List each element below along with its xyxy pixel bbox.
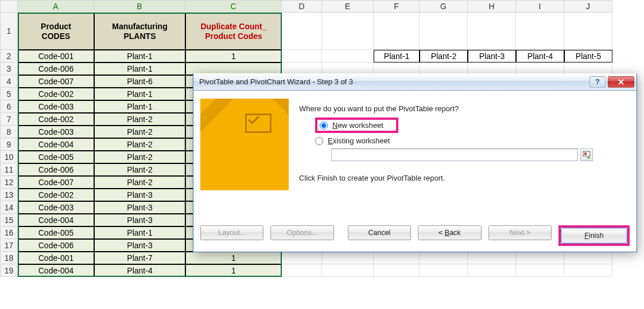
row-header-14[interactable]: 14 <box>0 201 18 214</box>
cell-H18[interactable] <box>468 252 516 264</box>
row-header-19[interactable]: 19 <box>0 264 18 277</box>
cell-A9[interactable]: Code-004 <box>18 138 94 151</box>
cell-B8[interactable]: Plant-2 <box>94 126 185 138</box>
cell-A7[interactable]: Code-002 <box>18 113 94 126</box>
row-header-7[interactable]: 7 <box>0 113 18 126</box>
col-header-B[interactable]: B <box>94 0 185 13</box>
dialog-titlebar[interactable]: PivotTable and PivotChart Wizard - Step … <box>193 73 637 91</box>
col-header-J[interactable]: J <box>564 0 612 13</box>
cell-B13[interactable]: Plant-3 <box>94 189 185 201</box>
cell-I2[interactable]: Plant-4 <box>516 50 564 62</box>
cell-A8[interactable]: Code-003 <box>18 126 94 138</box>
row-header-4[interactable]: 4 <box>0 75 18 88</box>
col-header-E[interactable]: E <box>322 0 374 13</box>
row-header-1[interactable]: 1 <box>0 13 18 50</box>
cell-A12[interactable]: Code-007 <box>18 176 94 189</box>
existing-worksheet-radio[interactable] <box>315 137 323 145</box>
next-button[interactable]: Next > <box>488 225 552 240</box>
cell-F2[interactable]: Plant-1 <box>374 50 420 62</box>
col-header-F[interactable]: F <box>374 0 420 13</box>
row-header-12[interactable]: 12 <box>0 176 18 189</box>
cell-A4[interactable]: Code-007 <box>18 75 94 88</box>
cell-A13[interactable]: Code-002 <box>18 189 94 201</box>
cell-A6[interactable]: Code-003 <box>18 100 94 113</box>
cell-H19[interactable] <box>468 264 516 277</box>
cell-G2[interactable]: Plant-2 <box>420 50 468 62</box>
col-header-D[interactable]: D <box>282 0 322 13</box>
collapse-dialog-button[interactable] <box>580 148 593 161</box>
cell-D18[interactable] <box>282 252 322 264</box>
cell-A17[interactable]: Code-006 <box>18 239 94 252</box>
cell-E1[interactable] <box>322 13 374 50</box>
row-header-16[interactable]: 16 <box>0 226 18 239</box>
row-header-15[interactable]: 15 <box>0 214 18 226</box>
cell-J2[interactable]: Plant-5 <box>564 50 612 62</box>
col-header-C[interactable]: C <box>185 0 282 13</box>
cell-J18[interactable] <box>564 252 612 264</box>
row-header-2[interactable]: 2 <box>0 50 18 62</box>
finish-button[interactable]: Finish <box>561 228 627 244</box>
select-all-corner[interactable] <box>0 0 18 13</box>
existing-range-input[interactable] <box>331 148 578 161</box>
cell-B19[interactable]: Plant-4 <box>94 264 185 277</box>
cell-B17[interactable]: Plant-3 <box>94 239 185 252</box>
cell-G19[interactable] <box>420 264 468 277</box>
cell-B10[interactable]: Plant-2 <box>94 151 185 163</box>
cell-B2[interactable]: Plant-1 <box>94 50 185 62</box>
col-header-G[interactable]: G <box>420 0 468 13</box>
cell-A5[interactable]: Code-002 <box>18 88 94 100</box>
cell-A10[interactable]: Code-005 <box>18 151 94 163</box>
cancel-button[interactable]: Cancel <box>348 225 411 240</box>
cell-H1[interactable] <box>468 13 516 50</box>
cell-B12[interactable]: Plant-2 <box>94 176 185 189</box>
cell-A16[interactable]: Code-005 <box>18 226 94 239</box>
cell-A14[interactable]: Code-003 <box>18 201 94 214</box>
cell-B4[interactable]: Plant-6 <box>94 75 185 88</box>
cell-B15[interactable]: Plant-3 <box>94 214 185 226</box>
row-header-5[interactable]: 5 <box>0 88 18 100</box>
cell-I19[interactable] <box>516 264 564 277</box>
cell-B16[interactable]: Plant-1 <box>94 226 185 239</box>
cell-E18[interactable] <box>322 252 374 264</box>
cell-D19[interactable] <box>282 264 322 277</box>
row-header-6[interactable]: 6 <box>0 100 18 113</box>
row-header-8[interactable]: 8 <box>0 126 18 138</box>
cell-D1[interactable] <box>282 13 322 50</box>
cell-B9[interactable]: Plant-2 <box>94 138 185 151</box>
cell-B7[interactable]: Plant-2 <box>94 113 185 126</box>
cell-C2[interactable]: 1 <box>185 50 282 62</box>
close-button[interactable] <box>608 76 634 88</box>
cell-H2[interactable]: Plant-3 <box>468 50 516 62</box>
options-button[interactable]: Options... <box>270 225 333 240</box>
cell-A18[interactable]: Code-001 <box>18 252 94 264</box>
row-header-3[interactable]: 3 <box>0 62 18 75</box>
cell-J19[interactable] <box>564 264 612 277</box>
row-header-11[interactable]: 11 <box>0 163 18 176</box>
cell-J1[interactable] <box>564 13 612 50</box>
cell-C18[interactable]: 1 <box>185 252 282 264</box>
cell-A11[interactable]: Code-006 <box>18 163 94 176</box>
new-worksheet-radio[interactable] <box>320 122 328 130</box>
help-button[interactable]: ? <box>589 76 606 88</box>
cell-B6[interactable]: Plant-1 <box>94 100 185 113</box>
cell-I1[interactable] <box>516 13 564 50</box>
cell-F1[interactable] <box>374 13 420 50</box>
cell-E19[interactable] <box>322 264 374 277</box>
cell-A2[interactable]: Code-001 <box>18 50 94 62</box>
cell-A1[interactable]: Product CODES <box>18 13 94 50</box>
cell-G1[interactable] <box>420 13 468 50</box>
row-header-17[interactable]: 17 <box>0 239 18 252</box>
cell-B5[interactable]: Plant-1 <box>94 88 185 100</box>
cell-B11[interactable]: Plant-2 <box>94 163 185 176</box>
cell-C19[interactable]: 1 <box>185 264 282 277</box>
cell-A15[interactable]: Code-004 <box>18 214 94 226</box>
col-header-H[interactable]: H <box>468 0 516 13</box>
new-worksheet-label[interactable]: New worksheet <box>332 121 383 130</box>
cell-A19[interactable]: Code-004 <box>18 264 94 277</box>
cell-A3[interactable]: Code-006 <box>18 62 94 75</box>
cell-B18[interactable]: Plant-7 <box>94 252 185 264</box>
cell-C1[interactable]: Duplicate Count_ Product Codes <box>185 13 282 50</box>
row-header-13[interactable]: 13 <box>0 189 18 201</box>
cell-B14[interactable]: Plant-3 <box>94 201 185 214</box>
col-header-A[interactable]: A <box>18 0 94 13</box>
